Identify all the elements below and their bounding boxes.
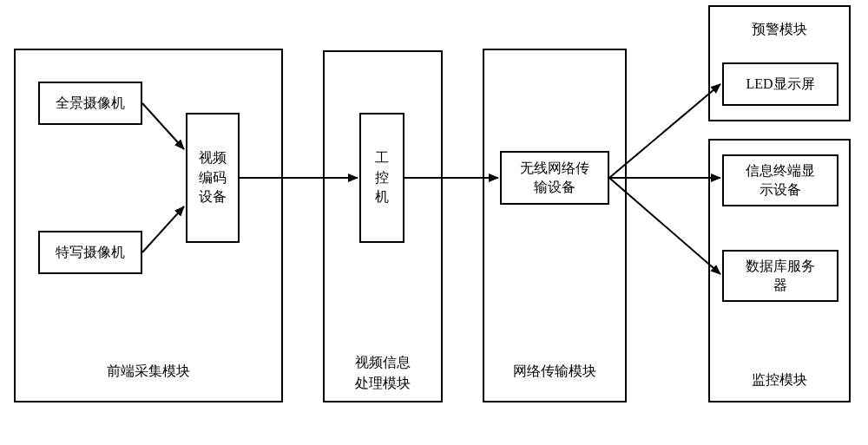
box-db-l2: 器 (773, 276, 787, 295)
box-ipc-l3: 机 (375, 187, 389, 206)
box-video-encoder-l1: 视频 (199, 148, 227, 167)
box-terminal-l1: 信息终端显 (746, 161, 815, 180)
box-wireless-l2: 输设备 (534, 178, 575, 197)
box-video-encoder-l3: 设备 (199, 187, 227, 206)
module-network-label: 网络传输模块 (483, 363, 627, 381)
module-processing-label-l2: 处理模块 (323, 375, 443, 393)
module-acquisition-label: 前端采集模块 (14, 363, 283, 381)
module-processing-label-l1: 视频信息 (323, 354, 443, 372)
box-closeup-camera-label: 特写摄像机 (56, 244, 125, 262)
box-closeup-camera: 特写摄像机 (38, 231, 142, 274)
box-panoramic-camera-label: 全景摄像机 (56, 95, 125, 113)
box-terminal-l2: 示设备 (760, 180, 801, 200)
box-wireless-l1: 无线网络传 (520, 159, 589, 178)
box-ipc: 工 控 机 (359, 113, 404, 243)
box-video-encoder-l2: 编码 (199, 168, 227, 187)
box-db-l1: 数据库服务 (746, 257, 815, 276)
box-led: LED显示屏 (722, 62, 838, 106)
box-terminal: 信息终端显 示设备 (722, 154, 838, 206)
module-warning-label: 预警模块 (708, 21, 851, 39)
box-wireless: 无线网络传 输设备 (500, 151, 609, 205)
module-network (483, 49, 627, 402)
module-monitor-label: 监控模块 (708, 371, 851, 389)
box-panoramic-camera: 全景摄像机 (38, 82, 142, 125)
box-video-encoder: 视频 编码 设备 (186, 113, 240, 243)
box-db: 数据库服务 器 (722, 250, 838, 302)
diagram-canvas: 前端采集模块 视频信息 处理模块 网络传输模块 预警模块 监控模块 全景摄像机 … (0, 0, 868, 445)
box-led-label: LED显示屏 (746, 75, 814, 94)
box-ipc-l2: 控 (375, 168, 389, 187)
box-ipc-l1: 工 (375, 148, 389, 167)
